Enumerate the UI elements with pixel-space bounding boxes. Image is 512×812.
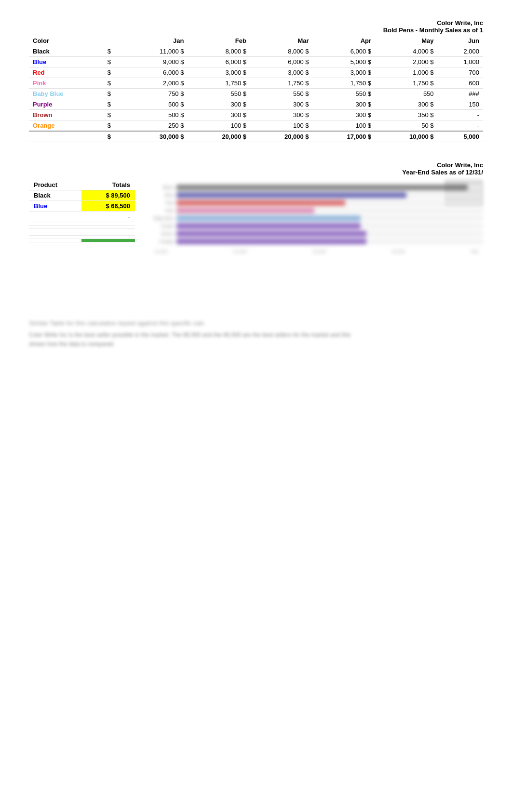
col-may: May — [375, 36, 438, 46]
yearend-row: Black $ 89,500 — [29, 190, 135, 201]
yearend-col-totals: Totals — [81, 180, 135, 190]
cell-dollar: $ — [104, 99, 125, 110]
cell-dollar: $ — [104, 110, 125, 120]
cell-dollar: $ — [104, 89, 125, 99]
yearend-total — [81, 229, 135, 232]
total-may: 10,000 $ — [375, 131, 438, 142]
table-row: Baby Blue $ 750 $ 550 $ 550 $ 550 $ 550 … — [29, 89, 483, 99]
cell-jun: 600 — [438, 78, 483, 89]
cell-apr: 1,750 $ — [313, 78, 376, 89]
cell-color: Orange — [29, 120, 104, 132]
yearend-total: $ 66,500 — [81, 201, 135, 212]
yearend-product: Blue — [29, 201, 81, 212]
cell-jun: 150 — [438, 99, 483, 110]
company-header: Color Write, Inc Bold Pens - Monthly Sal… — [29, 19, 483, 34]
yearend-product — [29, 212, 81, 222]
yearend-total — [81, 236, 135, 239]
yearend-total: $ 89,500 — [81, 190, 135, 201]
cell-jun: 700 — [438, 67, 483, 78]
bar-label: Red — [149, 200, 174, 205]
cell-mar: 300 $ — [250, 110, 313, 120]
cell-may: 550 — [375, 89, 438, 99]
cell-dollar: $ — [104, 120, 125, 132]
cell-may: 50 $ — [375, 120, 438, 132]
bar-row: Brown — [149, 231, 483, 237]
yearend-product — [29, 236, 81, 239]
yearend-total — [81, 226, 135, 229]
total-apr: 17,000 $ — [313, 131, 376, 142]
bar-label: Baby Blue — [149, 216, 174, 221]
col-feb: Feb — [188, 36, 250, 46]
cell-apr: 100 $ — [313, 120, 376, 132]
yearend-table-container: Product Totals Black $ 89,500 Blue $ 66,… — [29, 180, 135, 242]
yearend-product — [29, 229, 81, 232]
cell-jan: 6,000 $ — [125, 67, 188, 78]
bar-row: Purple — [149, 223, 483, 229]
cell-feb: 300 $ — [188, 110, 250, 120]
cell-may: 1,000 $ — [375, 67, 438, 78]
cell-jan: 11,000 $ — [125, 46, 188, 57]
yearend-row: - — [29, 212, 135, 222]
cell-color: Red — [29, 67, 104, 78]
cell-may: 300 $ — [375, 99, 438, 110]
cell-color: Pink — [29, 78, 104, 89]
bar-row: Orange — [149, 239, 483, 244]
yearend-row — [29, 236, 135, 239]
col-jan: Jan — [125, 36, 188, 46]
cell-jun: - — [438, 120, 483, 132]
cell-apr: 6,000 $ — [313, 46, 376, 57]
table-row: Pink $ 2,000 $ 1,750 $ 1,750 $ 1,750 $ 1… — [29, 78, 483, 89]
report1-title: Bold Pens - Monthly Sales as of 1 — [29, 27, 483, 34]
bar-fill — [176, 192, 406, 198]
total-jan: 30,000 $ — [125, 131, 188, 142]
cell-jan: 2,000 $ — [125, 78, 188, 89]
bar-row: Red — [149, 200, 483, 206]
cell-mar: 100 $ — [250, 120, 313, 132]
yearend-product — [29, 239, 81, 242]
cell-jan: 500 $ — [125, 99, 188, 110]
cell-color: Black — [29, 46, 104, 57]
cell-feb: 1,750 $ — [188, 78, 250, 89]
cell-dollar: $ — [104, 67, 125, 78]
bar-label: Brown — [149, 231, 174, 236]
cell-feb: 6,000 $ — [188, 57, 250, 67]
cell-apr: 300 $ — [313, 99, 376, 110]
yearend-col-product: Product — [29, 180, 81, 190]
cell-mar: 1,750 $ — [250, 78, 313, 89]
cell-color: Purple — [29, 99, 104, 110]
cell-mar: 300 $ — [250, 99, 313, 110]
table-row: Brown $ 500 $ 300 $ 300 $ 300 $ 350 $ - — [29, 110, 483, 120]
table-header-row: Color Jan Feb Mar Apr May Jun — [29, 36, 483, 46]
yearend-header-row: Product Totals — [29, 180, 135, 190]
cell-jun: ### — [438, 89, 483, 99]
blurred-section-title: Similar Table for this calculation based… — [29, 319, 483, 327]
cell-feb: 3,000 $ — [188, 67, 250, 78]
horizontal-bar-chart: Black Blue Red Pink Baby Blue Purple Bro… — [149, 180, 483, 249]
col-color: Color — [29, 36, 104, 46]
cell-mar: 3,000 $ — [250, 67, 313, 78]
yearend-total — [81, 222, 135, 226]
cell-apr: 300 $ — [313, 110, 376, 120]
cell-may: 2,000 $ — [375, 57, 438, 67]
table-row: Orange $ 250 $ 100 $ 100 $ 100 $ 50 $ - — [29, 120, 483, 132]
yearend-row — [29, 226, 135, 229]
col-apr: Apr — [313, 36, 376, 46]
yearend-row — [29, 239, 135, 242]
bar-track — [176, 208, 483, 213]
axis-label: 60,000 — [392, 249, 405, 254]
total-label — [29, 131, 104, 142]
cell-apr: 5,000 $ — [313, 57, 376, 67]
blurred-text-section: Similar Table for this calculation based… — [29, 319, 483, 349]
bar-track — [176, 223, 483, 229]
bar-label: Orange — [149, 239, 174, 244]
yearend-product: Black — [29, 190, 81, 201]
total-dollar: $ — [104, 131, 125, 142]
cell-jan: 250 $ — [125, 120, 188, 132]
bar-row: Baby Blue — [149, 215, 483, 221]
axis-label: 20,000 — [233, 249, 247, 254]
blurred-section-body: Color Write Inc is the best seller possi… — [29, 331, 366, 349]
cell-may: 350 $ — [375, 110, 438, 120]
cell-jun: 2,000 — [438, 46, 483, 57]
cell-apr: 3,000 $ — [313, 67, 376, 78]
bar-fill — [176, 223, 361, 229]
